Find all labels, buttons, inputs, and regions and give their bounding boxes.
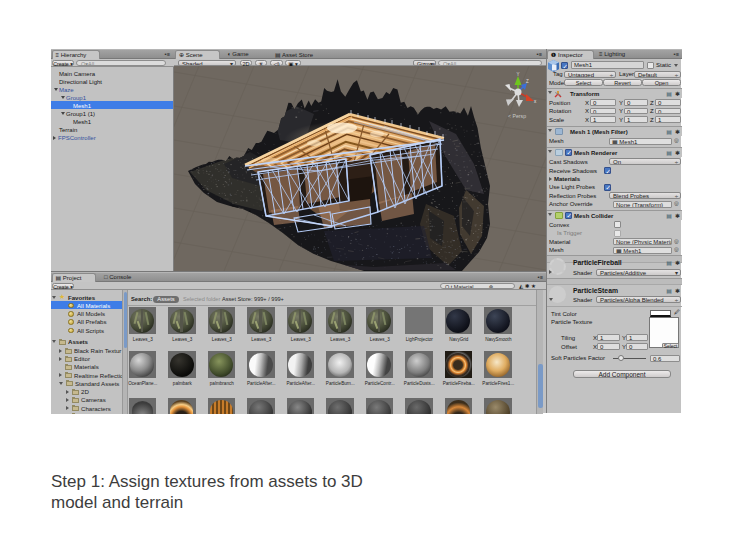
svg-text:Y: Y [517, 72, 520, 77]
svg-text:< Persp: < Persp [508, 113, 526, 119]
svg-text:Z: Z [526, 79, 529, 84]
